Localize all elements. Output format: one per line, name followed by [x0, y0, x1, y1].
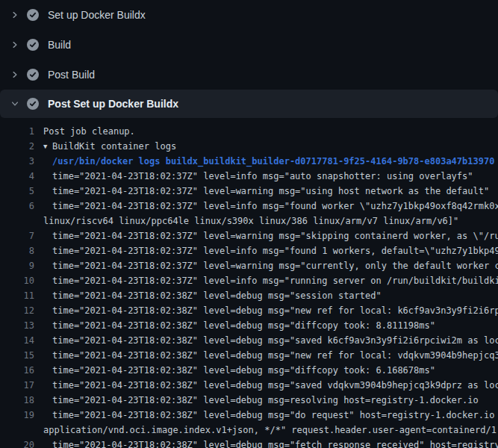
step-list: Set up Docker Buildx Build Post Buil	[0, 0, 498, 118]
log-text: time="2021-04-23T18:02:37Z" level=warnin…	[52, 228, 498, 243]
line-number[interactable]: 13	[0, 318, 34, 333]
log-text: linux/riscv64 linux/ppc64le linux/s390x …	[43, 214, 458, 228]
line-number[interactable]: 18	[0, 393, 34, 408]
log-text-cell: time="2021-04-23T18:02:37Z" level=info m…	[34, 243, 498, 258]
line-number[interactable]: 2	[0, 139, 34, 154]
log-line[interactable]: 2 ▼ BuildKit container logs	[0, 139, 498, 154]
log-line: 10 time="2021-04-23T18:02:37Z" level=inf…	[0, 273, 498, 288]
chevron-right-icon	[9, 70, 21, 79]
log-line: 17 time="2021-04-23T18:02:38Z" level=deb…	[0, 378, 498, 393]
log-text-cell: time="2021-04-23T18:02:38Z" level=debug …	[34, 438, 498, 448]
line-number[interactable]: 14	[0, 333, 34, 348]
step-title: Build	[48, 39, 71, 51]
line-number[interactable]: 9	[0, 258, 34, 273]
collapse-triangle-icon: ▼	[43, 139, 52, 154]
log-line: 18 time="2021-04-23T18:02:38Z" level=deb…	[0, 393, 498, 408]
log-text: time="2021-04-23T18:02:37Z" level=info m…	[52, 199, 498, 214]
log-line: 1 Post job cleanup.	[0, 124, 498, 139]
log-line: 13 time="2021-04-23T18:02:38Z" level=deb…	[0, 318, 498, 333]
log-text: /usr/bin/docker logs buildx_buildkit_bui…	[52, 154, 494, 169]
step-section-1[interactable]: Build	[0, 30, 498, 60]
log-text-cell: time="2021-04-23T18:02:37Z" level=warnin…	[34, 184, 489, 199]
log-text: time="2021-04-23T18:02:38Z" level=debug …	[52, 303, 498, 318]
log-text: time="2021-04-23T18:02:38Z" level=debug …	[52, 363, 435, 378]
line-number[interactable]	[0, 423, 34, 438]
log-line: 12 time="2021-04-23T18:02:38Z" level=deb…	[0, 303, 498, 318]
log-line: 7 time="2021-04-23T18:02:37Z" level=warn…	[0, 228, 498, 243]
log-line: 4 time="2021-04-23T18:02:37Z" level=info…	[0, 169, 498, 184]
log-text-cell: time="2021-04-23T18:02:37Z" level=info m…	[34, 199, 498, 214]
line-number[interactable]: 8	[0, 243, 34, 258]
log-line: 8 time="2021-04-23T18:02:37Z" level=info…	[0, 243, 498, 258]
log-line: 6 time="2021-04-23T18:02:37Z" level=info…	[0, 199, 498, 214]
line-number[interactable]: 10	[0, 273, 34, 288]
check-circle-icon	[27, 9, 39, 21]
line-number[interactable]: 17	[0, 378, 34, 393]
log-text-cell: time="2021-04-23T18:02:37Z" level=info m…	[34, 169, 473, 184]
line-number[interactable]: 15	[0, 348, 34, 363]
check-circle-icon	[27, 69, 39, 81]
line-number[interactable]: 11	[0, 288, 34, 303]
log-text-cell: time="2021-04-23T18:02:37Z" level=warnin…	[34, 228, 498, 243]
line-number[interactable]: 4	[0, 169, 34, 184]
line-number[interactable]: 7	[0, 228, 34, 243]
line-number[interactable]: 12	[0, 303, 34, 318]
log-text-cell: time="2021-04-23T18:02:38Z" level=debug …	[34, 393, 479, 408]
log-text-cell: time="2021-04-23T18:02:37Z" level=warnin…	[34, 258, 498, 273]
log-text-cell: time="2021-04-23T18:02:38Z" level=debug …	[34, 378, 498, 393]
line-number[interactable]: 6	[0, 199, 34, 214]
check-circle-icon	[27, 39, 39, 51]
line-number[interactable]	[0, 214, 34, 228]
log-text: BuildKit container logs	[52, 139, 176, 154]
line-number[interactable]: 16	[0, 363, 34, 378]
log-text: time="2021-04-23T18:02:38Z" level=debug …	[52, 438, 498, 448]
log-text-cell: time="2021-04-23T18:02:38Z" level=debug …	[34, 348, 498, 363]
step-title: Post Build	[48, 69, 95, 81]
chevron-down-icon	[9, 99, 21, 108]
step-section-2[interactable]: Post Build	[0, 60, 498, 90]
log-text: Post job cleanup.	[43, 124, 135, 139]
step-title: Post Set up Docker Buildx	[48, 98, 178, 110]
chevron-right-icon	[9, 40, 21, 49]
log-line: 15 time="2021-04-23T18:02:38Z" level=deb…	[0, 348, 498, 363]
log-text-cell: time="2021-04-23T18:02:38Z" level=debug …	[34, 363, 435, 378]
log-text-cell: ▼ BuildKit container logs	[34, 139, 176, 154]
log-output: 1 Post job cleanup. 2 ▼ BuildKit contain…	[0, 118, 498, 448]
log-line: linux/riscv64 linux/ppc64le linux/s390x …	[0, 214, 498, 228]
log-text: time="2021-04-23T18:02:37Z" level=warnin…	[52, 184, 489, 199]
log-text: time="2021-04-23T18:02:37Z" level=info m…	[52, 243, 498, 258]
log-line: application/vnd.oci.image.index.v1+json,…	[0, 423, 498, 438]
log-line: 20 time="2021-04-23T18:02:38Z" level=deb…	[0, 438, 498, 448]
log-text: time="2021-04-23T18:02:38Z" level=debug …	[52, 348, 498, 363]
actions-log-viewer: Set up Docker Buildx Build Post Buil	[0, 0, 498, 448]
log-line: 11 time="2021-04-23T18:02:38Z" level=deb…	[0, 288, 498, 303]
line-number[interactable]: 5	[0, 184, 34, 199]
line-number[interactable]: 3	[0, 154, 34, 169]
log-text: time="2021-04-23T18:02:37Z" level=warnin…	[52, 258, 498, 273]
log-text: time="2021-04-23T18:02:38Z" level=debug …	[52, 318, 435, 333]
log-text-cell: application/vnd.oci.image.index.v1+json,…	[34, 423, 498, 438]
line-number[interactable]: 1	[0, 124, 34, 139]
step-section-0[interactable]: Set up Docker Buildx	[0, 0, 498, 30]
log-text-cell: time="2021-04-23T18:02:38Z" level=debug …	[34, 318, 435, 333]
log-text: time="2021-04-23T18:02:38Z" level=debug …	[52, 288, 382, 303]
log-text-cell: linux/riscv64 linux/ppc64le linux/s390x …	[34, 214, 458, 228]
log-text-cell: time="2021-04-23T18:02:38Z" level=debug …	[34, 303, 498, 318]
log-text: time="2021-04-23T18:02:38Z" level=debug …	[52, 408, 498, 423]
line-number[interactable]: 20	[0, 438, 34, 448]
log-text: time="2021-04-23T18:02:38Z" level=debug …	[52, 333, 498, 348]
step-section-3[interactable]: Post Set up Docker Buildx	[0, 90, 498, 118]
log-line: 16 time="2021-04-23T18:02:38Z" level=deb…	[0, 363, 498, 378]
line-number[interactable]: 19	[0, 408, 34, 423]
log-line: 5 time="2021-04-23T18:02:37Z" level=warn…	[0, 184, 498, 199]
log-line: 9 time="2021-04-23T18:02:37Z" level=warn…	[0, 258, 498, 273]
log-text-cell: time="2021-04-23T18:02:38Z" level=debug …	[34, 408, 498, 423]
log-text-cell: /usr/bin/docker logs buildx_buildkit_bui…	[34, 154, 494, 169]
log-line: 14 time="2021-04-23T18:02:38Z" level=deb…	[0, 333, 498, 348]
log-text-cell: time="2021-04-23T18:02:37Z" level=info m…	[34, 273, 498, 288]
log-text: time="2021-04-23T18:02:38Z" level=debug …	[52, 378, 498, 393]
log-line: 19 time="2021-04-23T18:02:38Z" level=deb…	[0, 408, 498, 423]
log-text: time="2021-04-23T18:02:37Z" level=info m…	[52, 273, 498, 288]
log-text-cell: time="2021-04-23T18:02:38Z" level=debug …	[34, 333, 498, 348]
chevron-right-icon	[9, 10, 21, 19]
